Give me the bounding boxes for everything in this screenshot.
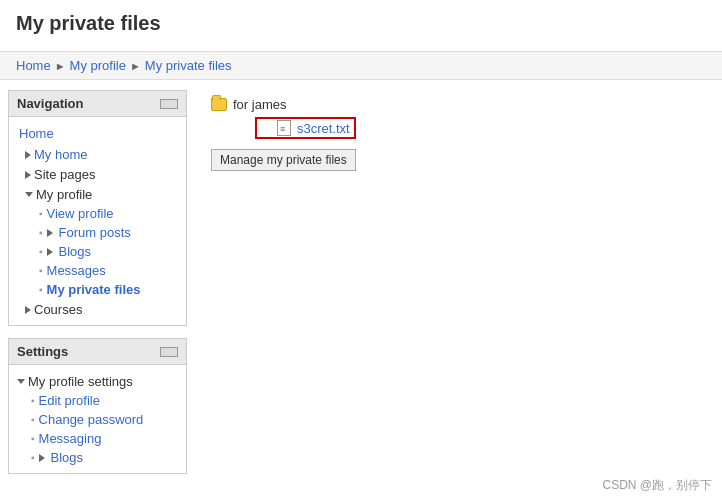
settings-collapse-icon[interactable] xyxy=(160,347,178,357)
nav-my-home-arrow xyxy=(25,151,31,159)
settings-change-password: Change password xyxy=(31,410,180,429)
manage-private-files-button[interactable]: Manage my private files xyxy=(211,149,356,171)
file-row-highlighted: s3cret.txt xyxy=(255,117,356,139)
nav-block-icons xyxy=(158,99,178,109)
nav-forum-posts-link[interactable]: Forum posts xyxy=(59,225,131,240)
nav-home-link[interactable]: Home xyxy=(19,126,54,141)
page-header: My private files Home ► My profile ► My … xyxy=(0,0,722,80)
file-label: s3cret.txt xyxy=(297,121,350,136)
settings-block-icons xyxy=(158,347,178,357)
settings-block: Settings My profile settings Edit profil… xyxy=(8,338,187,474)
watermark: CSDN @跑，别停下 xyxy=(602,477,712,494)
settings-edit-profile-link[interactable]: Edit profile xyxy=(39,393,100,408)
settings-content: My profile settings Edit profile Change … xyxy=(9,365,186,473)
settings-blogs-arrow xyxy=(39,454,45,462)
settings-edit-profile: Edit profile xyxy=(31,391,180,410)
nav-collapse-icon[interactable] xyxy=(160,99,178,109)
nav-private-files-link[interactable]: My private files xyxy=(47,282,141,297)
manage-btn-container: Manage my private files xyxy=(211,145,706,171)
settings-title: Settings xyxy=(17,344,68,359)
breadcrumb-home[interactable]: Home xyxy=(16,58,51,73)
settings-change-password-link[interactable]: Change password xyxy=(39,412,144,427)
navigation-title: Navigation xyxy=(17,96,83,111)
settings-block-header: Settings xyxy=(9,339,186,365)
nav-blogs-link[interactable]: Blogs xyxy=(59,244,92,259)
nav-home: Home xyxy=(15,123,180,144)
nav-view-profile-link[interactable]: View profile xyxy=(47,206,114,221)
sidebar: Navigation Home My home xyxy=(0,90,195,486)
file-container: s3cret.txt xyxy=(211,117,706,139)
navigation-block-header: Navigation xyxy=(9,91,186,117)
folder-label: for james xyxy=(233,97,286,112)
settings-messaging-link[interactable]: Messaging xyxy=(39,431,102,446)
nav-my-profile[interactable]: My profile xyxy=(23,184,180,204)
nav-my-profile-label: My profile xyxy=(36,187,92,202)
nav-private-files: My private files xyxy=(39,280,180,299)
settings-subnav: Edit profile Change password Messaging B… xyxy=(15,391,180,467)
nav-my-home-link[interactable]: My home xyxy=(34,147,87,162)
navigation-content: Home My home Site pages xyxy=(9,117,186,325)
nav-forum-posts-arrow xyxy=(47,229,53,237)
nav-my-home[interactable]: My home xyxy=(23,144,180,164)
folder-icon xyxy=(211,98,227,111)
nav-blogs: Blogs xyxy=(39,242,180,261)
folder-row: for james xyxy=(211,94,706,115)
breadcrumb-sep-2: ► xyxy=(130,60,141,72)
navigation-block: Navigation Home My home xyxy=(8,90,187,326)
nav-site-pages[interactable]: Site pages xyxy=(23,164,180,184)
breadcrumb-profile[interactable]: My profile xyxy=(70,58,126,73)
nav-forum-posts: Forum posts xyxy=(39,223,180,242)
breadcrumb-sep-1: ► xyxy=(55,60,66,72)
settings-blogs: Blogs xyxy=(31,448,180,467)
file-link[interactable]: s3cret.txt xyxy=(297,121,350,136)
nav-courses-arrow xyxy=(25,306,31,314)
nav-site-pages-arrow xyxy=(25,171,31,179)
settings-profile-label: My profile settings xyxy=(28,374,133,389)
nav-blogs-arrow xyxy=(47,248,53,256)
file-icon xyxy=(277,120,291,136)
settings-messaging: Messaging xyxy=(31,429,180,448)
nav-courses-label: Courses xyxy=(34,302,82,317)
nav-my-profile-arrow xyxy=(25,192,33,197)
nav-view-profile: View profile xyxy=(39,204,180,223)
nav-group-main: My home Site pages My profile xyxy=(15,144,180,319)
file-tree: for james s3cret.txt Manage my private f… xyxy=(211,94,706,171)
main-content: for james s3cret.txt Manage my private f… xyxy=(195,90,722,486)
nav-messages-link[interactable]: Messages xyxy=(47,263,106,278)
breadcrumb-current: My private files xyxy=(145,58,232,73)
settings-profile-arrow xyxy=(17,379,25,384)
settings-profile-settings[interactable]: My profile settings xyxy=(15,371,180,391)
breadcrumb: Home ► My profile ► My private files xyxy=(0,51,722,80)
settings-blogs-link[interactable]: Blogs xyxy=(51,450,84,465)
main-layout: Navigation Home My home xyxy=(0,80,722,496)
nav-messages: Messages xyxy=(39,261,180,280)
nav-courses[interactable]: Courses xyxy=(23,299,180,319)
nav-site-pages-label: Site pages xyxy=(34,167,95,182)
page-title: My private files xyxy=(16,12,706,35)
nav-profile-subnav: View profile Forum posts Blogs Messages xyxy=(23,204,180,299)
